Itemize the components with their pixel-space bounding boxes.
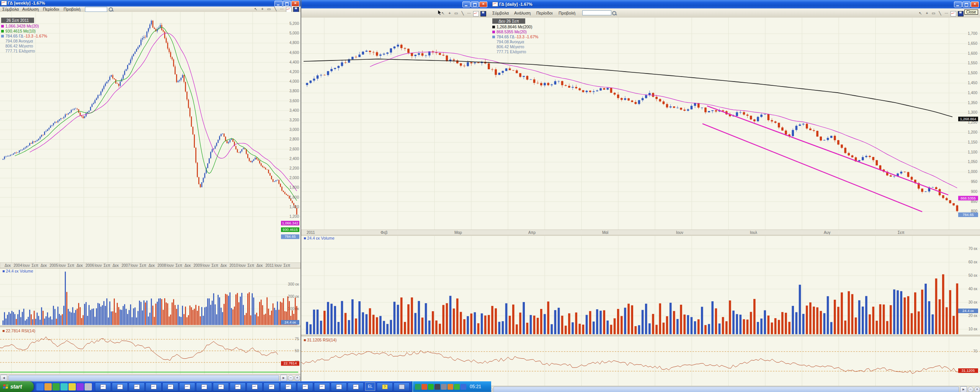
mail-icon[interactable] bbox=[44, 383, 52, 390]
daily-titlebar[interactable]: ✕ ΓΔ [daily] -1.67% ✕ bbox=[301, 0, 980, 8]
update-icon[interactable] bbox=[85, 383, 92, 390]
trendline-icon[interactable]: ╲ bbox=[273, 7, 278, 11]
crosshair-icon[interactable]: + bbox=[447, 11, 452, 16]
chart-icon[interactable] bbox=[473, 11, 479, 16]
menu-view[interactable]: Προβολή bbox=[559, 11, 575, 15]
network-icon[interactable] bbox=[441, 384, 447, 390]
taskbar-window-button[interactable] bbox=[196, 382, 212, 391]
taskbar-window-button[interactable] bbox=[213, 382, 229, 391]
grid-icon[interactable]: ⋯ bbox=[279, 7, 284, 11]
maximize-button[interactable] bbox=[283, 1, 291, 7]
taskbar-window-button[interactable] bbox=[95, 382, 111, 391]
date-tick: Απρ bbox=[528, 230, 536, 235]
taskbar-window-button[interactable] bbox=[314, 382, 330, 391]
weekly-titlebar[interactable]: ΓΔ [weekly] -1.67% ✕ bbox=[0, 0, 301, 7]
search-icon[interactable] bbox=[612, 11, 616, 15]
weekly-scrollbar[interactable]: ◄ ► − + bbox=[0, 374, 301, 382]
search-icon[interactable] bbox=[109, 7, 113, 11]
price-tick: 2,800 bbox=[289, 137, 299, 141]
taskbar-window-button[interactable] bbox=[129, 382, 145, 391]
daily-chart-svg[interactable]: 2011ΦεβΜαρΑπρΜαϊΙουνΙουλΑυγΣεπ70 εκ60 εκ… bbox=[301, 18, 980, 386]
menu-periods[interactable]: Περίοδοι bbox=[43, 7, 59, 11]
search-input[interactable] bbox=[85, 7, 107, 12]
zoom-in-button[interactable]: + bbox=[294, 375, 300, 381]
media-icon[interactable] bbox=[60, 383, 68, 390]
scroll-left-icon[interactable]: ◄ bbox=[0, 375, 7, 381]
weekly-chart-svg[interactable]: Δεκ2004ΙουνΣεπΔεκ2005ΙουνΣεπΔεκ2006ΙουνΣ… bbox=[0, 12, 301, 374]
taskbar-window-button[interactable] bbox=[145, 382, 162, 391]
desktop-icon[interactable] bbox=[52, 383, 60, 390]
trendline-icon[interactable]: ╲ bbox=[938, 11, 942, 16]
menu-view[interactable]: Προβολή bbox=[64, 7, 80, 11]
scroll-right-icon[interactable]: ► bbox=[960, 386, 967, 392]
taskbar-window-button[interactable] bbox=[179, 382, 195, 391]
crosshair-icon[interactable]: + bbox=[260, 7, 265, 11]
chart-icon[interactable] bbox=[286, 7, 292, 12]
save-icon[interactable] bbox=[958, 11, 964, 16]
menu-symbols[interactable]: Σύμβολα bbox=[492, 11, 509, 15]
scheduler-icon[interactable] bbox=[448, 384, 453, 390]
taskbar-window-button[interactable] bbox=[297, 382, 313, 391]
price-tag: 784.65 bbox=[962, 212, 973, 217]
crosshair-icon[interactable]: + bbox=[924, 11, 929, 16]
volume-tick: 50 εκ bbox=[969, 273, 978, 278]
trendline-icon[interactable]: ╲ bbox=[460, 11, 465, 16]
taskbar-window-button[interactable] bbox=[394, 382, 410, 391]
shield-icon[interactable] bbox=[415, 384, 421, 390]
search-input[interactable] bbox=[582, 10, 611, 15]
restore-button[interactable] bbox=[471, 2, 479, 7]
taskbar-window-button[interactable] bbox=[247, 382, 263, 391]
close-button[interactable]: ✕ bbox=[291, 1, 299, 7]
start-button[interactable]: start bbox=[0, 381, 34, 392]
taskbar-window-button[interactable] bbox=[162, 382, 178, 391]
taskbar-window-button[interactable] bbox=[331, 382, 347, 391]
taskbar-window-button[interactable] bbox=[280, 382, 296, 391]
rectangle-icon[interactable]: ▭ bbox=[931, 11, 936, 16]
gpu-icon[interactable] bbox=[454, 384, 460, 390]
date-tick: 2004 bbox=[14, 263, 23, 268]
price-tick: 4,400 bbox=[289, 60, 299, 64]
pointer-icon[interactable]: ↖ bbox=[253, 7, 258, 11]
daily-toolbar-left: ↖+▭╲⋯ bbox=[441, 11, 486, 16]
scroll-thumb[interactable] bbox=[8, 375, 279, 381]
language-indicator[interactable]: EL bbox=[365, 382, 375, 391]
pointer-icon[interactable]: ↖ bbox=[918, 11, 923, 16]
taskbar-window-button[interactable] bbox=[230, 382, 246, 391]
minimize-button[interactable] bbox=[954, 2, 962, 7]
legend-row: 930.4615 Με(10) bbox=[1, 29, 47, 34]
mail-alert-icon[interactable] bbox=[421, 384, 427, 390]
menu-periods[interactable]: Περίοδοι bbox=[536, 11, 552, 15]
save-icon[interactable] bbox=[293, 7, 299, 12]
save-icon[interactable] bbox=[480, 11, 486, 16]
grid-icon[interactable]: ⋯ bbox=[944, 11, 949, 16]
price-tick: 1,600 bbox=[968, 51, 977, 56]
taskbar-window-button[interactable] bbox=[348, 382, 364, 391]
folder-icon[interactable] bbox=[69, 383, 76, 390]
close-button[interactable]: ✕ bbox=[971, 2, 979, 7]
scroll-right-icon[interactable]: ► bbox=[280, 375, 287, 381]
rectangle-icon[interactable]: ▭ bbox=[266, 7, 271, 11]
taskbar-window-button[interactable] bbox=[263, 382, 279, 391]
volume-icon[interactable] bbox=[434, 384, 440, 390]
chart-icon[interactable] bbox=[951, 11, 956, 16]
zoom-out-button[interactable]: − bbox=[288, 375, 294, 381]
taskbar-window-button[interactable]: ? bbox=[377, 382, 393, 391]
grid-icon[interactable]: ⋯ bbox=[467, 11, 472, 16]
zoom-in-button[interactable]: + bbox=[974, 387, 980, 392]
taskbar-window-button[interactable] bbox=[112, 382, 128, 391]
rectangle-icon[interactable]: ▭ bbox=[454, 11, 459, 16]
restore-button[interactable] bbox=[962, 2, 970, 7]
messenger-icon[interactable] bbox=[77, 383, 84, 390]
close-button[interactable]: ✕ bbox=[479, 2, 487, 7]
menu-symbols[interactable]: Σύμβολα bbox=[2, 7, 19, 11]
browser-icon[interactable] bbox=[36, 383, 44, 390]
scroll-thumb[interactable] bbox=[493, 387, 959, 392]
menu-analysis[interactable]: Ανάλυση bbox=[22, 7, 39, 11]
menu-analysis[interactable]: Ανάλυση bbox=[514, 11, 531, 15]
display-icon[interactable] bbox=[461, 384, 466, 390]
zoom-out-button[interactable]: − bbox=[968, 387, 973, 392]
minimize-button[interactable] bbox=[274, 1, 283, 7]
minimize-button[interactable] bbox=[462, 2, 470, 7]
antivirus-icon[interactable] bbox=[428, 384, 434, 390]
volume-tick: 60 εκ bbox=[969, 260, 978, 264]
